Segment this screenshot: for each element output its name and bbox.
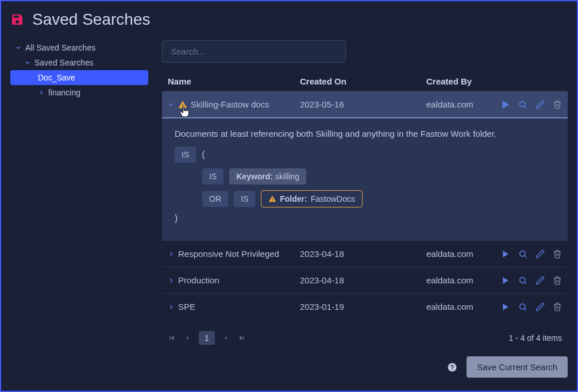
sidebar-item-label: financing	[48, 88, 80, 97]
search-icon[interactable]	[518, 276, 527, 285]
svg-point-7	[520, 277, 525, 282]
edit-icon[interactable]	[535, 249, 545, 259]
paren-close: )	[175, 213, 178, 224]
svg-line-8	[525, 282, 526, 284]
col-name[interactable]: Name	[168, 76, 300, 86]
keyword-chip[interactable]: Keyword: skilling	[229, 168, 306, 185]
svg-line-5	[525, 256, 526, 258]
tree-group-label: Saved Searches	[34, 58, 94, 67]
save-disk-icon	[10, 13, 24, 26]
svg-marker-0	[503, 101, 508, 108]
trash-icon[interactable]	[553, 100, 562, 109]
warning-icon	[178, 100, 187, 109]
folder-chip[interactable]: Folder: FastowDocs	[261, 190, 362, 207]
trash-icon[interactable]	[553, 249, 562, 259]
pagination: 1 1 - 4 of 4 items	[162, 320, 568, 352]
svg-point-1	[520, 101, 525, 106]
operator-is[interactable]: IS	[234, 191, 255, 207]
chevron-right-icon[interactable]	[168, 251, 175, 258]
row-name: SPE	[178, 302, 195, 312]
svg-marker-9	[503, 303, 508, 310]
edit-icon[interactable]	[535, 276, 545, 285]
chevron-down-icon[interactable]	[168, 101, 175, 108]
chevron-right-icon[interactable]	[168, 277, 175, 284]
row-name: Production	[178, 275, 219, 285]
svg-point-4	[520, 251, 525, 256]
tree-root[interactable]: All Saved Searches	[10, 40, 148, 55]
table-row[interactable]: Responsive Not Privileged 2023-04-18 eal…	[162, 240, 568, 267]
paren-open: (	[202, 149, 205, 160]
row-date: 2023-04-18	[300, 249, 426, 259]
row-by: ealdata.com	[426, 302, 476, 312]
col-created-by[interactable]: Created By	[426, 76, 476, 86]
row-date: 2023-01-19	[300, 302, 426, 312]
sidebar-item-doc-save[interactable]: Doc_Save	[10, 70, 148, 85]
table-row[interactable]: Skilling-Fastow docs 2023-05-16 ealdata.…	[162, 91, 568, 118]
chevron-right-icon[interactable]	[168, 303, 175, 310]
play-icon[interactable]	[501, 249, 510, 259]
tree-root-label: All Saved Searches	[25, 43, 95, 52]
row-name: Responsive Not Privileged	[178, 249, 279, 259]
save-current-search-button[interactable]: Save Current Search	[467, 356, 568, 378]
svg-marker-12	[187, 336, 188, 340]
search-icon[interactable]	[518, 100, 527, 109]
sidebar-item-label: Doc_Save	[38, 73, 75, 82]
search-icon[interactable]	[518, 249, 527, 259]
chevron-down-icon	[24, 59, 31, 66]
trash-icon[interactable]	[553, 276, 562, 285]
detail-panel: Documents at least referencing both Skil…	[162, 118, 568, 240]
operator-or[interactable]: OR	[202, 191, 228, 207]
warning-icon	[268, 195, 276, 203]
chevron-right-icon	[38, 89, 45, 96]
table-row[interactable]: SPE 2023-01-19 ealdata.com	[162, 293, 568, 320]
page-first-icon[interactable]	[168, 334, 176, 342]
sidebar: All Saved Searches Saved Searches Doc_Sa…	[10, 40, 148, 382]
page-prev-icon[interactable]	[184, 335, 191, 341]
svg-marker-13	[225, 336, 227, 340]
search-icon[interactable]	[518, 302, 527, 312]
row-date: 2023-04-18	[300, 275, 426, 285]
page-last-icon[interactable]	[238, 334, 246, 342]
edit-icon[interactable]	[535, 100, 545, 109]
trash-icon[interactable]	[553, 302, 562, 312]
page-title: Saved Searches	[32, 10, 150, 29]
svg-marker-3	[503, 251, 508, 258]
row-date: 2023-05-16	[300, 99, 426, 109]
svg-line-11	[525, 309, 526, 310]
table-row[interactable]: Production 2023-04-18 ealdata.com	[162, 267, 568, 293]
page-number[interactable]: 1	[199, 331, 215, 345]
col-created-on[interactable]: Created On	[300, 76, 426, 86]
play-icon[interactable]	[501, 276, 510, 285]
search-input[interactable]	[162, 40, 346, 63]
svg-text:?: ?	[450, 363, 454, 370]
play-icon[interactable]	[501, 100, 510, 109]
row-by: ealdata.com	[426, 249, 476, 259]
page-summary: 1 - 4 of 4 items	[508, 333, 562, 343]
detail-description: Documents at least referencing both Skil…	[175, 129, 555, 139]
svg-point-10	[520, 303, 525, 309]
operator-is[interactable]: IS	[202, 168, 224, 185]
row-by: ealdata.com	[426, 99, 476, 109]
row-name: Skilling-Fastow docs	[191, 99, 269, 109]
svg-marker-6	[503, 277, 508, 284]
help-icon[interactable]: ?	[447, 362, 457, 372]
operator-is[interactable]: IS	[175, 147, 196, 163]
play-icon[interactable]	[501, 302, 510, 312]
sidebar-item-financing[interactable]: financing	[10, 85, 148, 100]
page-next-icon[interactable]	[223, 335, 230, 341]
chevron-down-icon	[15, 44, 22, 51]
svg-line-2	[525, 106, 526, 108]
row-by: ealdata.com	[426, 275, 476, 285]
tree-group[interactable]: Saved Searches	[10, 55, 148, 70]
table-header: Name Created On Created By	[162, 72, 568, 91]
page-header: Saved Searches	[10, 10, 568, 29]
edit-icon[interactable]	[535, 302, 545, 312]
